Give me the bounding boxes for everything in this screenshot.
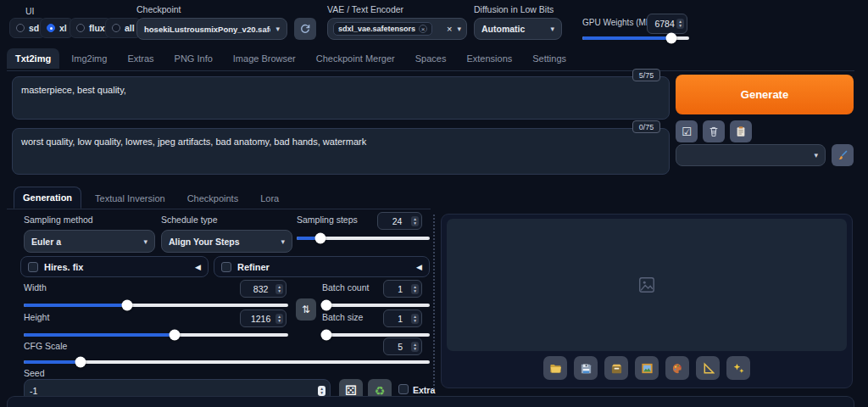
slider-handle[interactable] [321,300,332,311]
slider-handle[interactable] [121,300,132,311]
tab-divider [7,70,854,71]
height-value[interactable] [246,314,275,324]
stepper-icon[interactable]: ▴▾ [318,386,326,396]
resize-handle[interactable] [433,215,435,389]
tab-extensions[interactable]: Extensions [458,48,520,69]
batch-count-value[interactable] [389,284,411,294]
slider-fill [24,360,81,364]
send-to-img2img-button[interactable] [635,356,659,380]
schedule-type-dropdown[interactable]: Align Your Steps ▾ [161,230,292,253]
generation-panel-divider [7,209,431,209]
batch-size-input[interactable]: ▴▾ [383,309,422,327]
stepper-icon[interactable]: ▴▾ [676,19,684,29]
radio-icon [112,24,120,32]
refiner-accordion[interactable]: Refiner ◀ [214,256,430,277]
apply-styles-button[interactable] [730,120,752,142]
stepper-icon[interactable]: ▴▾ [411,284,419,294]
stepper-icon[interactable]: ▴▾ [411,216,419,226]
tab-spaces[interactable]: Spaces [407,48,455,69]
checked-box-icon: ☑ [682,125,692,138]
save-zip-button[interactable] [604,356,628,380]
tab-image-browser[interactable]: Image Browser [225,48,304,69]
vae-multiselect[interactable]: sdxl_vae.safetensors × × ▾ [327,18,467,40]
radio-icon [16,24,25,32]
result-toolbar [543,356,750,380]
styles-dropdown[interactable]: ▾ [676,144,826,166]
cfg-scale-slider[interactable] [24,356,430,368]
send-to-extras-button[interactable] [696,356,720,380]
sampling-method-dropdown[interactable]: Euler a ▾ [24,230,155,253]
upscale-button[interactable] [726,356,750,380]
sampling-steps-input[interactable]: ▴▾ [377,212,422,230]
batch-count-label: Batch count [322,282,369,293]
refiner-label: Refiner [237,262,270,272]
edit-styles-button[interactable] [832,144,854,166]
send-to-inpaint-button[interactable] [665,356,689,380]
checkpoint-dropdown[interactable]: hosekiLustrousmixPony_v20.safetensors ▾ [136,18,287,40]
hires-fix-accordion[interactable]: Hires. fix ◀ [20,256,209,277]
extra-seed-label: Extra [413,385,435,395]
height-input[interactable]: ▴▾ [240,309,287,327]
vae-token-text: sdxl_vae.safetensors [338,25,415,33]
batch-size-value[interactable] [389,314,411,324]
clear-all-icon[interactable]: × [447,24,452,34]
generate-button[interactable]: Generate [676,75,854,114]
stepper-icon[interactable]: ▴▾ [275,284,283,294]
prompt-token-counter: 5/75 [632,69,660,81]
open-folder-button[interactable] [543,356,567,380]
sampling-steps-value[interactable] [383,216,411,226]
tab-textual-inversion[interactable]: Textual Inversion [86,188,174,209]
gpu-weights-value[interactable] [653,19,676,29]
gpu-weights-slider[interactable] [582,32,689,44]
refiner-checkbox[interactable] [221,262,231,272]
tab-lora[interactable]: Lora [252,188,287,209]
swap-dimensions-button[interactable]: ⇅ [296,298,316,321]
sampling-method-label: Sampling method [24,215,93,225]
save-image-button[interactable] [574,356,598,380]
ui-radio-xl[interactable]: xl [40,18,74,38]
tab-checkpoints[interactable]: Checkpoints [179,188,248,209]
clear-prompt-button[interactable] [703,120,725,142]
cfg-scale-value[interactable] [389,342,411,352]
tab-txt2img[interactable]: Txt2img [7,48,59,69]
tab-img2img[interactable]: Img2img [63,48,115,69]
extra-seed-checkbox[interactable] [398,384,409,394]
stepper-icon[interactable]: ▴▾ [411,342,419,352]
negative-prompt-input[interactable]: worst quality, low quality, lowres, jpeg… [12,128,670,175]
result-gallery[interactable] [447,219,847,351]
low-bits-dropdown[interactable]: Automatic ▾ [474,18,562,40]
tab-generation[interactable]: Generation [14,187,81,209]
batch-count-input[interactable]: ▴▾ [383,280,422,298]
prompt-input[interactable]: masterpiece, best quality, [12,76,670,120]
stepper-icon[interactable]: ▴▾ [411,314,419,324]
chevron-down-icon: ▾ [814,151,818,159]
paste-generation-params-button[interactable]: ☑ [676,120,698,142]
slider-handle[interactable] [315,233,326,244]
tab-extras[interactable]: Extras [119,48,162,69]
slider-handle[interactable] [321,330,332,341]
slider-handle[interactable] [169,330,180,341]
trash-icon [708,125,720,137]
slider-fill [582,36,671,40]
seed-value[interactable] [30,386,318,396]
remove-token-icon[interactable]: × [419,25,427,33]
slider-handle[interactable] [75,357,86,368]
hires-fix-checkbox[interactable] [28,262,38,272]
sampling-steps-slider[interactable] [297,232,430,244]
framed-picture-icon [641,362,654,375]
low-bits-label: Diffusion in Low Bits [474,4,554,14]
batch-size-label: Batch size [322,312,363,322]
width-label: Width [24,282,47,293]
tab-settings[interactable]: Settings [524,48,575,69]
height-slider[interactable] [24,329,288,341]
stepper-icon[interactable]: ▴▾ [275,314,283,324]
slider-track [322,304,430,307]
tab-png-info[interactable]: PNG Info [166,48,221,69]
gpu-weights-input[interactable]: ▴▾ [647,14,687,34]
refresh-checkpoint-button[interactable] [294,18,316,40]
tab-checkpoint-merger[interactable]: Checkpoint Merger [308,48,403,69]
cfg-scale-input[interactable]: ▴▾ [383,337,422,355]
width-input[interactable]: ▴▾ [240,280,287,298]
width-value[interactable] [246,284,275,294]
slider-handle[interactable] [665,33,676,44]
